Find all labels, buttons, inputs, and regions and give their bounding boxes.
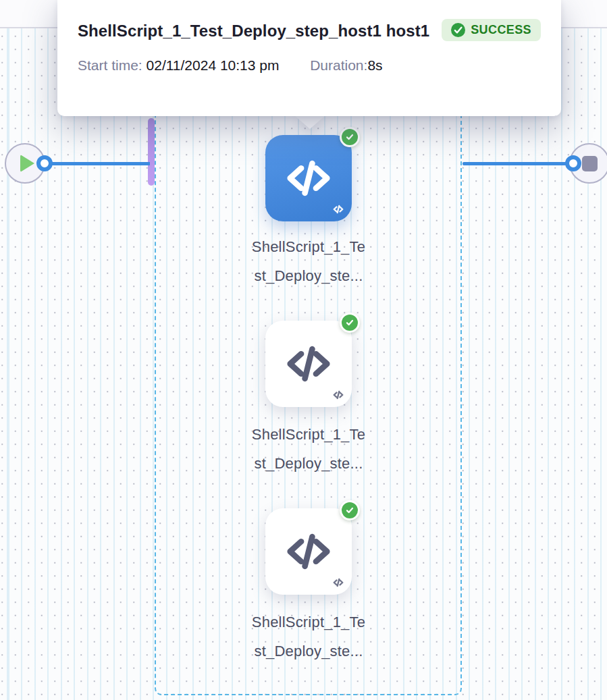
step-node-shellscript-2[interactable] xyxy=(265,321,352,407)
tooltip-caret xyxy=(294,115,325,129)
tooltip-title: ShellScript_1_Test_Deploy_step_host1 hos… xyxy=(78,16,442,46)
step-tooltip: ShellScript_1_Test_Deploy_step_host1 hos… xyxy=(57,0,561,116)
step-label-line2: st_Deploy_ste... xyxy=(221,637,396,666)
start-connector-ring xyxy=(36,155,53,171)
code-badge-icon xyxy=(332,576,344,589)
success-check-icon xyxy=(340,127,360,147)
step-label-line1: ShellScript_1_Te xyxy=(221,420,396,449)
status-badge-label: SUCCESS xyxy=(471,23,531,37)
step-label-line2: st_Deploy_ste... xyxy=(221,449,396,478)
success-check-icon xyxy=(451,23,465,37)
success-check-icon xyxy=(340,313,360,333)
stage-indicator-bar xyxy=(148,118,155,186)
code-icon xyxy=(282,152,335,205)
start-time-label: Start time: xyxy=(78,57,142,73)
stop-icon xyxy=(582,156,598,171)
step-label[interactable]: ShellScript_1_Te st_Deploy_ste... xyxy=(221,420,396,478)
step-label-line2: st_Deploy_ste... xyxy=(221,261,396,290)
step-label[interactable]: ShellScript_1_Te st_Deploy_ste... xyxy=(221,608,396,666)
code-icon xyxy=(282,525,335,578)
pipeline-execution-screen: ShellScript_1_Te st_Deploy_ste... ShellS… xyxy=(0,0,607,700)
edge-start-to-group xyxy=(43,162,150,165)
code-badge-icon xyxy=(332,203,344,215)
code-badge-icon xyxy=(332,389,344,401)
step-label-line1: ShellScript_1_Te xyxy=(221,608,396,637)
status-badge: SUCCESS xyxy=(442,19,541,41)
step-node-shellscript-3[interactable] xyxy=(265,508,352,595)
duration-value: 8s xyxy=(367,57,382,73)
code-icon xyxy=(282,338,335,390)
play-icon xyxy=(20,155,34,172)
success-check-icon xyxy=(340,500,360,520)
duration-label: Duration: xyxy=(310,57,367,73)
end-connector-ring xyxy=(565,155,581,171)
step-label[interactable]: ShellScript_1_Te st_Deploy_ste... xyxy=(221,232,396,290)
start-time-value: 02/11/2024 10:13 pm xyxy=(147,57,280,73)
step-label-line1: ShellScript_1_Te xyxy=(221,232,396,261)
edge-group-to-end xyxy=(463,162,574,165)
tooltip-meta: Start time: 02/11/2024 10:13 pm Duration… xyxy=(78,57,541,74)
step-node-shellscript-1[interactable] xyxy=(265,135,352,221)
